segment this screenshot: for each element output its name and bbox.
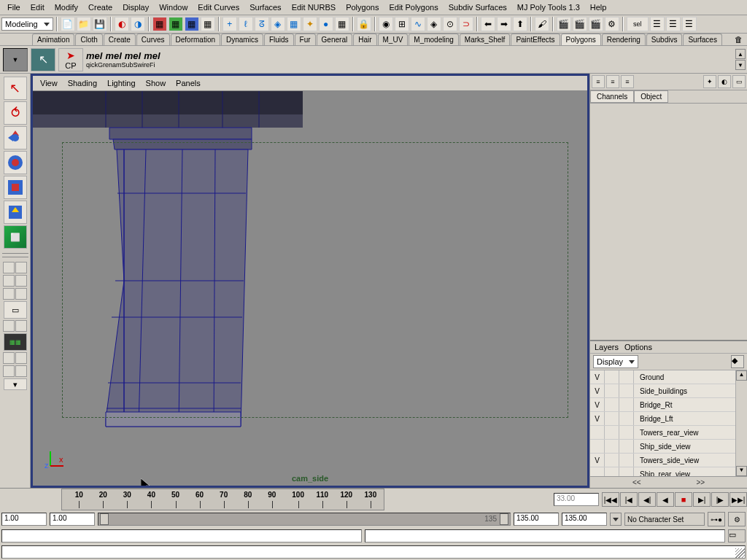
- move-tool[interactable]: [4, 126, 27, 149]
- range-dropdown[interactable]: [610, 513, 622, 526]
- menuset-dropdown[interactable]: Modeling: [1, 18, 53, 31]
- resize-grip-icon[interactable]: [735, 548, 746, 559]
- command-input[interactable]: [1, 529, 362, 542]
- rotate-tool[interactable]: [4, 151, 27, 174]
- mask-btn-8[interactable]: ▦: [335, 17, 349, 31]
- layer-nav-fwd[interactable]: >>: [696, 478, 705, 486]
- render-btn-4[interactable]: 🎬: [589, 17, 603, 31]
- panel-menu-lighting[interactable]: Lighting: [103, 77, 140, 89]
- tab-channels[interactable]: Channels: [590, 90, 634, 103]
- scale-tool[interactable]: [4, 176, 27, 199]
- time-slider[interactable]: 10 20 30 40 50 60 70 80 90 100 110 120 1…: [61, 489, 384, 510]
- panel-menu-panels[interactable]: Panels: [171, 77, 205, 89]
- sel-field[interactable]: sel: [627, 17, 649, 31]
- range-handle-end[interactable]: [500, 513, 508, 525]
- layout-four[interactable]: [15, 262, 27, 273]
- tab-object[interactable]: Object: [634, 90, 668, 103]
- layout-v2[interactable]: [15, 288, 27, 300]
- layer-nav-back[interactable]: <<: [632, 478, 641, 486]
- goto-end-button[interactable]: ▶▶|: [729, 492, 747, 507]
- menu-mjpolytools[interactable]: MJ Poly Tools 1.3: [513, 1, 584, 13]
- layer-name[interactable]: Ground: [634, 370, 735, 384]
- layout-single[interactable]: [3, 262, 15, 273]
- layer-row[interactable]: VBridge_Lft: [590, 412, 735, 426]
- layer-color[interactable]: [619, 426, 634, 439]
- lasso-tool[interactable]: ⥀: [4, 101, 27, 125]
- panel-menu-view[interactable]: View: [36, 77, 62, 89]
- rb-btn-3[interactable]: ≡: [621, 75, 634, 88]
- layer-color[interactable]: [619, 370, 634, 384]
- snap-btn-4[interactable]: ◈: [427, 17, 441, 31]
- shelf-tab-fur[interactable]: Fur: [295, 34, 316, 45]
- rb-btn-6[interactable]: ▭: [732, 75, 746, 88]
- layer-vis[interactable]: [590, 440, 605, 453]
- shelf-tab-dynamics[interactable]: Dynamics: [221, 34, 263, 45]
- layer-type[interactable]: [605, 398, 619, 411]
- render-btn-3[interactable]: 🎬: [573, 17, 587, 31]
- layer-row[interactable]: Ship_side_view: [590, 440, 735, 454]
- layout-btn-1[interactable]: ☰: [650, 17, 665, 31]
- shelf-tab-curves[interactable]: Curves: [136, 34, 170, 45]
- anim-end-field[interactable]: 135.00: [562, 513, 607, 526]
- autokey-button[interactable]: ⊶●: [708, 512, 725, 526]
- menu-help[interactable]: Help: [586, 1, 611, 13]
- anim-start-field[interactable]: 1.00: [1, 513, 47, 526]
- mask-btn-4[interactable]: ◈: [271, 17, 285, 31]
- layer-vis[interactable]: V: [590, 454, 605, 467]
- open-scene-button[interactable]: 📁: [77, 17, 91, 31]
- layout-p6[interactable]: [15, 365, 27, 377]
- layer-color[interactable]: [619, 412, 634, 425]
- shelf-tab-hair[interactable]: Hair: [353, 34, 376, 45]
- shelf-scroll-down[interactable]: ▼: [735, 60, 746, 70]
- layer-color[interactable]: [619, 398, 634, 411]
- shelf-tab-deformation[interactable]: Deformation: [171, 34, 220, 45]
- goto-start-button[interactable]: |◀◀: [602, 492, 619, 507]
- shelf-tab-subdivs[interactable]: Subdivs: [646, 34, 683, 45]
- layer-vis[interactable]: V: [590, 412, 605, 425]
- layout-p2[interactable]: [15, 320, 27, 332]
- shelf-tab-muv[interactable]: M_UV: [378, 34, 409, 45]
- character-set-field[interactable]: No Character Set: [624, 513, 705, 526]
- range-start-field[interactable]: 1.00: [50, 513, 95, 526]
- shelf-cp-button[interactable]: ➤ CP: [58, 48, 83, 71]
- layer-type[interactable]: [605, 426, 619, 439]
- layer-color[interactable]: [619, 454, 634, 467]
- snap-btn-6[interactable]: ⊃: [459, 17, 473, 31]
- history-btn-2[interactable]: ➡: [497, 17, 511, 31]
- snap-btn-3[interactable]: ∿: [411, 17, 425, 31]
- shelf-scroll-up[interactable]: ▲: [735, 49, 746, 59]
- mask-btn-6[interactable]: ✦: [303, 17, 317, 31]
- menu-polygons[interactable]: Polygons: [341, 1, 383, 13]
- play-back-button[interactable]: ◀: [657, 492, 674, 507]
- layers-menu-layers[interactable]: Layers: [595, 343, 619, 351]
- layout-p1[interactable]: [3, 320, 15, 332]
- layer-row[interactable]: VGround: [590, 370, 735, 384]
- sel-btn-3[interactable]: ▦: [185, 17, 199, 31]
- layer-row[interactable]: VTowers_side_view: [590, 454, 735, 467]
- layer-color[interactable]: [619, 440, 634, 453]
- layout-pref-2[interactable]: ▦▦: [4, 333, 27, 351]
- shelf-tab-painteffects[interactable]: PaintEffects: [511, 34, 560, 45]
- mask-btn-2[interactable]: ℓ: [239, 17, 253, 31]
- current-frame-field[interactable]: 33.00: [554, 493, 599, 506]
- panel-menu-show[interactable]: Show: [142, 77, 171, 89]
- script-editor-button[interactable]: ▭: [728, 529, 746, 542]
- layers-type-dropdown[interactable]: Display: [593, 355, 638, 368]
- layout-p5[interactable]: [3, 365, 15, 377]
- layers-menu-options[interactable]: Options: [624, 343, 652, 351]
- mask-btn-3[interactable]: ᘔ: [255, 17, 269, 31]
- menu-editpolygons[interactable]: Edit Polygons: [384, 1, 442, 13]
- manip-tool[interactable]: [4, 201, 27, 224]
- layer-row[interactable]: Ship_rear_view: [590, 467, 735, 476]
- layer-name[interactable]: Bridge_Lft: [634, 412, 735, 425]
- shelf-tab-marks[interactable]: Marks_Shelf: [460, 34, 511, 45]
- layer-vis[interactable]: V: [590, 398, 605, 411]
- shelf-cursor-icon[interactable]: ↖: [31, 48, 55, 71]
- snap-btn-2[interactable]: ⊞: [395, 17, 409, 31]
- menu-create[interactable]: Create: [84, 1, 117, 13]
- layer-row[interactable]: Towers_rear_view: [590, 426, 735, 440]
- new-layer-button[interactable]: ◆: [731, 355, 744, 368]
- layer-name[interactable]: Side_buildings: [634, 384, 735, 397]
- menu-display[interactable]: Display: [118, 1, 153, 13]
- layer-vis[interactable]: [590, 426, 605, 439]
